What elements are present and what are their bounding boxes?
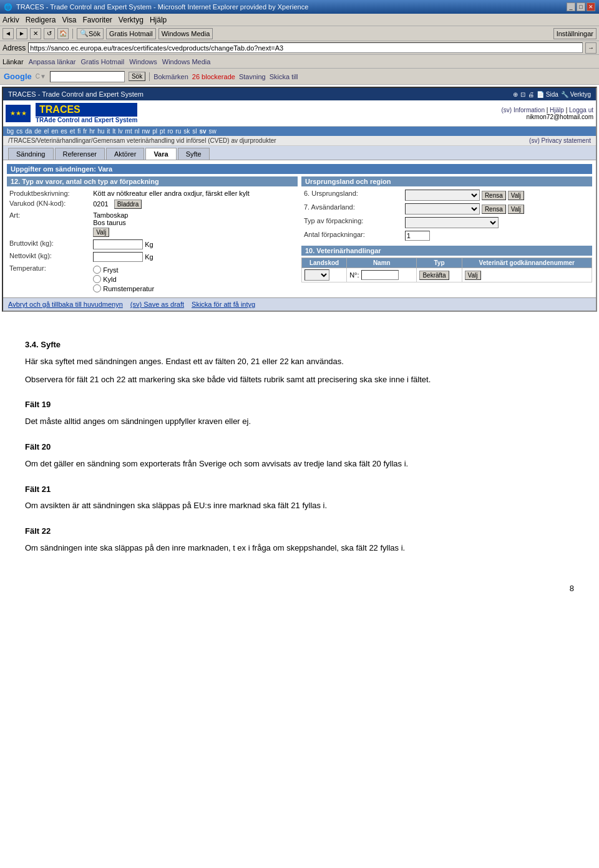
address-input[interactable]	[28, 42, 583, 53]
field6-select[interactable]	[405, 190, 480, 201]
vet-col-namn: Namn	[347, 258, 417, 268]
nav-lv[interactable]: lv	[118, 128, 122, 135]
rensa7-button[interactable]: Rensa	[482, 205, 506, 214]
nav-de[interactable]: de	[34, 128, 41, 135]
nettovikt-input[interactable]	[93, 252, 143, 262]
google-search-button[interactable]: Sök	[129, 72, 145, 81]
nav-mt[interactable]: mt	[125, 128, 132, 135]
maximize-button[interactable]: □	[577, 2, 585, 11]
tab-syfte[interactable]: Syfte	[178, 148, 210, 160]
tab-aktorer[interactable]: Aktörer	[106, 148, 144, 160]
skicka-link-bottom[interactable]: Skicka för att få intyg	[192, 301, 255, 308]
temp-rumstemperatur-radio[interactable]	[93, 284, 101, 292]
tab-sandning[interactable]: Sändning	[8, 148, 54, 160]
minimize-button[interactable]: _	[567, 2, 575, 11]
bekrafta-button[interactable]: Bekräfta	[419, 271, 449, 280]
temp-rumstemperatur-label: Rumstemperatur	[103, 285, 154, 292]
nav-et[interactable]: et	[70, 128, 75, 135]
bruttovikt-input[interactable]	[93, 239, 143, 249]
valj-vet-button[interactable]: Valj	[465, 271, 481, 280]
avbryt-link[interactable]: Avbryt och gå tillbaka till huvudmenyn	[8, 301, 123, 308]
nav-bg[interactable]: bg	[7, 128, 14, 135]
right-form-table: 6. Ursprungsland: Rensa Valj 7. Avsändar…	[301, 188, 592, 242]
logga-ut-link[interactable]: Logga ut	[569, 107, 593, 113]
info-link[interactable]: (sv) Information	[501, 107, 544, 113]
valj6-button[interactable]: Valj	[508, 191, 524, 200]
valj7-button[interactable]: Valj	[508, 205, 524, 214]
menu-hjalp[interactable]: Hjälp	[150, 16, 167, 24]
temp-fryst-radio[interactable]	[93, 266, 101, 274]
nav-it[interactable]: it	[107, 128, 110, 135]
refresh-button[interactable]: ↺	[44, 28, 55, 39]
nav-cs[interactable]: cs	[16, 128, 22, 135]
nettovikt-input-cell: Kg	[90, 251, 298, 263]
antal-input[interactable]	[405, 231, 430, 241]
vet-landskod-select[interactable]	[304, 269, 329, 281]
privacy-link[interactable]: (sv) Privacy statement	[529, 137, 591, 144]
temp-fryst-item[interactable]: Fryst	[93, 266, 295, 274]
nav-da[interactable]: da	[25, 128, 32, 135]
vet-landskod-cell	[302, 268, 347, 282]
forpackning-select[interactable]	[405, 217, 499, 228]
menu-visa[interactable]: Visa	[62, 16, 76, 24]
hotmail-button[interactable]: Gratis Hotmail	[106, 28, 156, 39]
nav-el[interactable]: el	[44, 128, 49, 135]
nav-pl[interactable]: pl	[152, 128, 157, 135]
bladdra-button[interactable]: Bladdra	[114, 200, 142, 209]
links-windows-media[interactable]: Windows Media	[162, 58, 211, 65]
nav-es[interactable]: es	[61, 128, 67, 135]
links-hotmail[interactable]: Gratis Hotmail	[80, 58, 124, 65]
nav-nl[interactable]: nl	[135, 128, 140, 135]
valj-art-button[interactable]: Valj	[93, 228, 109, 237]
nav-sl[interactable]: sl	[192, 128, 197, 135]
tab-vara[interactable]: Vara	[145, 148, 176, 160]
nav-hu[interactable]: hu	[97, 128, 104, 135]
nav-nw[interactable]: nw	[142, 128, 150, 135]
nav-ru[interactable]: ru	[175, 128, 181, 135]
settings-button[interactable]: Inställningar	[553, 28, 597, 39]
title-bar-controls[interactable]: _ □ ✕	[567, 2, 595, 11]
nav-ro[interactable]: ro	[167, 128, 173, 135]
go-button[interactable]: →	[585, 42, 597, 54]
nettovikt-label: Nettovikt (kg):	[7, 251, 90, 263]
vet-nr-input[interactable]	[361, 270, 399, 280]
search-button[interactable]: 🔍 Sök	[77, 28, 104, 39]
nav-sv[interactable]: sv	[199, 128, 206, 135]
home-button[interactable]: 🏠	[57, 28, 69, 39]
windows-media-button[interactable]: Windows Media	[158, 28, 213, 39]
nav-en[interactable]: en	[51, 128, 58, 135]
google-search-input[interactable]	[50, 71, 125, 82]
stavning-link[interactable]: Stavning	[239, 73, 266, 80]
menu-favoriter[interactable]: Favoriter	[83, 16, 112, 24]
tab-referenser[interactable]: Referenser	[55, 148, 105, 160]
skicka-link[interactable]: Skicka till	[270, 73, 298, 80]
nav-fi[interactable]: fi	[77, 128, 80, 135]
save-draft-link[interactable]: (sv) Save as draft	[130, 301, 184, 308]
nav-sk[interactable]: sk	[183, 128, 190, 135]
nav-fr[interactable]: fr	[83, 128, 87, 135]
menu-redigera[interactable]: Redigera	[26, 16, 56, 24]
bookmarks-link[interactable]: Bokmärken	[153, 73, 188, 80]
back-button[interactable]: ◄	[2, 28, 14, 39]
para1: Här ska syftet med sändningen anges. End…	[25, 355, 574, 369]
temp-kyld-radio[interactable]	[93, 275, 101, 283]
temp-kyld-item[interactable]: Kyld	[93, 275, 295, 283]
temp-rumstemperatur-item[interactable]: Rumstemperatur	[93, 284, 295, 292]
nav-hr[interactable]: hr	[89, 128, 95, 135]
forward-button[interactable]: ►	[16, 28, 27, 39]
rensa6-button[interactable]: Rensa	[482, 191, 506, 200]
hjalp-link[interactable]: Hjälp	[550, 107, 564, 113]
nav-lt[interactable]: lt	[112, 128, 115, 135]
nav-pt[interactable]: pt	[160, 128, 165, 135]
field7-select[interactable]	[405, 203, 480, 215]
bruttovikt-row: Bruttovikt (kg): Kg	[7, 238, 298, 251]
links-anpassa[interactable]: Anpassa länkar	[29, 58, 76, 65]
menu-verktyg[interactable]: Verktyg	[119, 16, 144, 24]
menu-arkiv[interactable]: Arkiv	[2, 16, 19, 24]
stop-button[interactable]: ✕	[30, 28, 41, 39]
temperatur-label: Temperatur:	[7, 263, 90, 294]
nav-sw[interactable]: sw	[209, 128, 217, 135]
close-button[interactable]: ✕	[587, 2, 595, 11]
produktbeskrivning-value: Kött av nötkreatur eller andra oxdjur, f…	[90, 188, 298, 198]
links-windows[interactable]: Windows	[129, 58, 157, 65]
